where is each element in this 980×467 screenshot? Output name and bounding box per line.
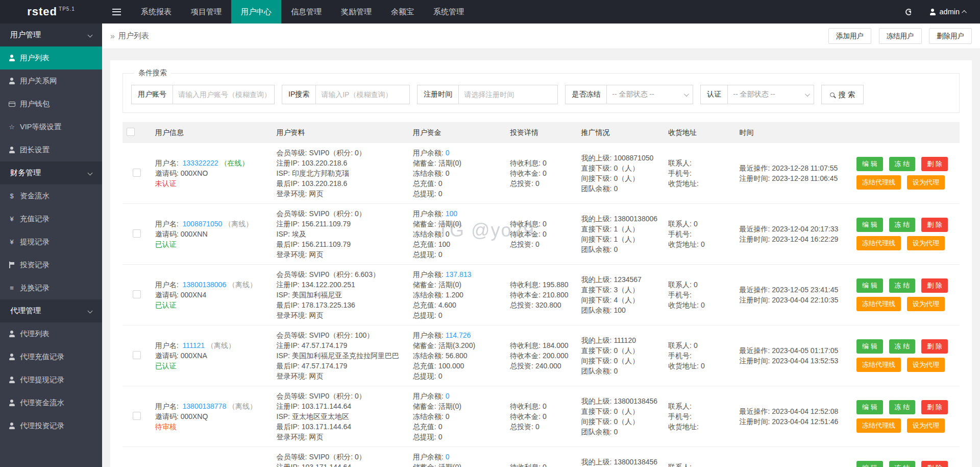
username-link[interactable]: 13800138778: [183, 402, 227, 410]
nav-item-system-reports[interactable]: 系统报表: [131, 0, 181, 24]
sidebar-item-agent-list[interactable]: 代理列表: [0, 322, 102, 345]
set-agent-button[interactable]: 设为代理: [907, 358, 945, 372]
nav-item-project-management[interactable]: 项目管理: [181, 0, 231, 24]
sidebar-group-finance-management[interactable]: 财务管理: [0, 161, 102, 184]
promotion-cell: 我的上级:13800138006 直接下级:1（人） 间接下级:1（人） 团队余…: [577, 204, 664, 265]
sidebar-item-invest-records[interactable]: 投资记录: [0, 253, 102, 276]
balance-value: 0: [446, 149, 450, 157]
table-row: 用户名: 13800138789 （离线） 邀请码: 会员等级:SVIP0（积分…: [122, 447, 960, 467]
user-info-cell: 用户名: 111121 （离线） 邀请码:000XNA 已认证: [151, 325, 273, 386]
row-checkbox[interactable]: [133, 412, 141, 420]
col-promotion: 推广情况: [577, 122, 664, 143]
online-status: （在线）: [220, 159, 249, 167]
nav-item-system-management[interactable]: 系统管理: [424, 0, 474, 24]
sidebar-item-withdraw-records[interactable]: ¥提现记录: [0, 230, 102, 253]
edit-button[interactable]: 编 辑: [856, 339, 883, 354]
freeze-button[interactable]: 冻 结: [889, 400, 916, 414]
delete-button[interactable]: 删 除: [921, 339, 948, 354]
sidebar-item-leader-settings[interactable]: 团长设置: [0, 138, 102, 161]
sidebar-item-agent-fund-flow[interactable]: 代理资金流水: [0, 391, 102, 414]
edit-button[interactable]: 编 辑: [856, 400, 883, 414]
freeze-button[interactable]: 冻 结: [889, 339, 916, 354]
delete-button[interactable]: 删 除: [921, 218, 948, 232]
sidebar: 用户管理 用户列表 用户关系网 用户钱包 ☆VIP等级设置 团长设置 财务管理 …: [0, 24, 102, 467]
time-cell: 最近操作:2023-12-28 11:07:55 注册时间:2023-12-28…: [735, 143, 852, 204]
search-button[interactable]: 搜 索: [821, 85, 864, 104]
auth-status: 未认证: [155, 179, 177, 188]
sidebar-item-fund-flow[interactable]: $资金流水: [0, 184, 102, 207]
edit-button[interactable]: 编 辑: [856, 157, 883, 171]
freeze-button[interactable]: 冻 结: [889, 461, 916, 467]
breadcrumb-arrow-icon: »: [110, 32, 115, 41]
sidebar-item-recharge-records[interactable]: ¥充值记录: [0, 207, 102, 230]
refresh-icon[interactable]: [905, 9, 912, 15]
sidebar-group-user-management[interactable]: 用户管理: [0, 24, 102, 46]
person-icon: [9, 423, 15, 429]
nav-item-user-center[interactable]: 用户中心: [231, 0, 281, 24]
username-link[interactable]: 13800138006: [183, 281, 227, 289]
freeze-agent-line-button[interactable]: 冻结代理线: [856, 358, 901, 372]
edit-button[interactable]: 编 辑: [856, 278, 883, 293]
freeze-user-button[interactable]: 冻结用户: [879, 28, 922, 44]
nav-item-reward-management[interactable]: 奖励管理: [331, 0, 381, 24]
edit-button[interactable]: 编 辑: [856, 461, 883, 467]
nav-item-yuebao[interactable]: 余额宝: [381, 0, 424, 24]
edit-button[interactable]: 编 辑: [856, 218, 883, 232]
username-link[interactable]: 1008871050: [183, 220, 223, 228]
sidebar-item-agent-invest[interactable]: 代理投资记录: [0, 414, 102, 437]
sidebar-item-user-list[interactable]: 用户列表: [0, 46, 102, 69]
person-icon: [9, 331, 15, 337]
auth-select[interactable]: -- 全部状态 --: [727, 85, 814, 104]
sidebar-item-user-relations[interactable]: 用户关系网: [0, 69, 102, 92]
set-agent-button[interactable]: 设为代理: [907, 418, 945, 433]
yen-icon: ¥: [8, 215, 15, 223]
user-info-cell: 用户名: 133322222 （在线） 邀请码:000XNO 未认证: [151, 143, 273, 204]
user-profile-cell: 会员等级:SVIP0（积分: 6.603） 注册IP:134.122.200.2…: [273, 265, 409, 325]
regtime-input[interactable]: [458, 85, 558, 104]
auth-status: 已认证: [155, 240, 177, 248]
sidebar-toggle-button[interactable]: [102, 0, 131, 24]
freeze-button[interactable]: 冻 结: [889, 278, 916, 293]
sidebar-group-agent-management[interactable]: 代理管理: [0, 299, 102, 322]
delete-button[interactable]: 删 除: [921, 278, 948, 293]
freeze-button[interactable]: 冻 结: [889, 157, 916, 171]
username-link[interactable]: 133322222: [183, 159, 218, 167]
account-input[interactable]: [173, 85, 275, 104]
row-checkbox[interactable]: [133, 169, 141, 177]
time-cell: 最近操作:2023-04-05 01:17:05 注册时间:2023-04-04…: [735, 325, 852, 386]
delete-user-button[interactable]: 删除用户: [929, 28, 972, 44]
main-content: » 用户列表 添加用户 冻结用户 删除用户 条件搜索 用户账号 IP搜索 注册: [102, 0, 980, 467]
delete-button[interactable]: 删 除: [921, 157, 948, 171]
freeze-agent-line-button[interactable]: 冻结代理线: [856, 297, 901, 311]
delete-button[interactable]: 删 除: [921, 461, 948, 467]
col-user-funds: 用户资金: [409, 122, 506, 143]
search-icon: [830, 92, 835, 97]
set-agent-button[interactable]: 设为代理: [907, 297, 945, 311]
sidebar-item-exchange-records[interactable]: ≡兑换记录: [0, 276, 102, 299]
set-agent-button[interactable]: 设为代理: [907, 236, 945, 250]
username-link[interactable]: 111121: [183, 341, 205, 349]
user-funds-cell: 用户余额:0 储蓄金:活期(0) 冻结余额:0 总充值:0 总提现:0: [409, 143, 506, 204]
row-checkbox[interactable]: [133, 290, 141, 298]
freeze-agent-line-button[interactable]: 冻结代理线: [856, 236, 901, 250]
sidebar-item-vip-level[interactable]: ☆VIP等级设置: [0, 115, 102, 138]
account-label: 用户账号: [131, 85, 173, 104]
set-agent-button[interactable]: 设为代理: [907, 175, 945, 190]
row-checkbox[interactable]: [133, 229, 141, 238]
freeze-agent-line-button[interactable]: 冻结代理线: [856, 175, 901, 190]
brand-logo[interactable]: rstedTP5.1: [0, 0, 102, 24]
admin-menu[interactable]: admin: [929, 8, 967, 16]
freeze-agent-line-button[interactable]: 冻结代理线: [856, 418, 901, 433]
add-user-button[interactable]: 添加用户: [828, 28, 871, 44]
delete-button[interactable]: 删 除: [921, 400, 948, 414]
select-all-checkbox[interactable]: [127, 128, 135, 136]
navbar-right: admin: [905, 0, 980, 24]
row-checkbox[interactable]: [133, 351, 141, 359]
sidebar-item-agent-withdraw[interactable]: 代理提现记录: [0, 368, 102, 391]
nav-item-info-management[interactable]: 信息管理: [281, 0, 331, 24]
frozen-select[interactable]: -- 全部状态 --: [606, 85, 693, 104]
sidebar-item-user-wallet[interactable]: 用户钱包: [0, 92, 102, 115]
sidebar-item-agent-recharge[interactable]: 代理充值记录: [0, 345, 102, 368]
freeze-button[interactable]: 冻 结: [889, 218, 916, 232]
ip-input[interactable]: [315, 85, 410, 104]
